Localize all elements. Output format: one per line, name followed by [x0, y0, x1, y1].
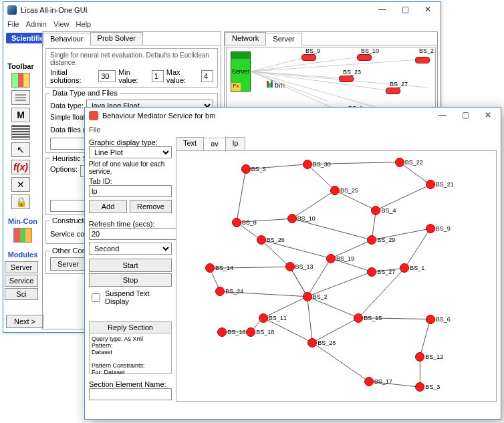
graph-node-label: BS_15 [364, 315, 382, 321]
init-sol-label: Initial solutions: [50, 68, 96, 84]
max-input[interactable] [201, 70, 213, 82]
graph-node[interactable] [367, 267, 376, 277]
graph-node[interactable] [364, 377, 374, 386]
tab-text[interactable]: Text [176, 137, 204, 150]
menu-view[interactable]: View [53, 20, 70, 28]
popup-minimize-button[interactable]: — [431, 108, 454, 123]
graph-node[interactable] [215, 287, 225, 296]
tool-wrench-icon[interactable]: ✕ [11, 177, 30, 192]
popup-graph-view[interactable]: BS_5BS_30BS_22BS_25BS_21BS_4BS_8BS_10BS_… [176, 150, 497, 402]
svg-line-46 [312, 343, 368, 382]
menu-admin[interactable]: Admin [26, 20, 47, 28]
tabid-input[interactable] [89, 185, 172, 197]
close-button[interactable]: ✕ [416, 3, 439, 17]
graph-node-label: BS_19 [336, 255, 354, 262]
menu-help[interactable]: Help [76, 20, 92, 28]
suspend-checkbox[interactable] [92, 293, 100, 302]
right-panel-tabs: Network Server [225, 32, 437, 45]
add-button[interactable]: Add [89, 200, 127, 213]
graph-node[interactable] [205, 263, 215, 273]
graph-node[interactable] [426, 315, 435, 324]
graph-node[interactable] [246, 327, 255, 337]
tool-lock-icon[interactable]: 🔒 [11, 194, 30, 209]
module-sci-button[interactable]: Sci [5, 288, 38, 300]
module-service-button[interactable]: Service [5, 275, 38, 287]
graph-node[interactable] [257, 235, 266, 245]
node-bs23[interactable] [339, 76, 354, 82]
graph-node[interactable] [303, 160, 312, 169]
tab-network[interactable]: Network [225, 32, 266, 45]
min-input[interactable] [152, 70, 164, 82]
node-bs10[interactable] [357, 54, 372, 61]
popup-maximize-button[interactable]: ▢ [454, 108, 477, 123]
node-bs27[interactable] [386, 88, 400, 94]
tab-behaviour[interactable]: Behaviour [43, 33, 91, 45]
graph-node[interactable] [426, 180, 435, 189]
graph-node[interactable] [371, 206, 380, 215]
graph-node[interactable] [326, 254, 336, 263]
popup-app-icon [89, 111, 98, 120]
graph-node[interactable] [303, 292, 312, 301]
graph-node-label: BS_12 [425, 354, 443, 360]
popup-close-button[interactable]: ✕ [477, 108, 499, 123]
tool-lines-icon[interactable] [11, 90, 30, 105]
graph-node-label: BS_28 [318, 339, 336, 346]
node-bs9[interactable] [301, 54, 316, 61]
graph-node[interactable] [415, 382, 424, 392]
main-menubar: File Admin View Help [3, 18, 440, 30]
graph-node-label: BS_9 [436, 225, 451, 232]
graph-node[interactable] [330, 186, 340, 195]
init-sol-input[interactable] [98, 70, 116, 82]
menu-file[interactable]: File [7, 20, 19, 28]
tool-arrow-icon[interactable]: ↖ [11, 142, 30, 157]
graph-node[interactable] [241, 164, 251, 174]
max-label: Max value: [166, 68, 199, 84]
minimize-button[interactable]: — [371, 3, 394, 17]
mincon-icon[interactable] [13, 228, 32, 243]
graph-node-label: BS_24 [225, 288, 243, 295]
graph-node-label: BS_3 [425, 384, 440, 390]
graph-node[interactable] [426, 224, 435, 233]
svg-line-25 [261, 240, 290, 267]
graph-node[interactable] [232, 218, 241, 227]
graph-node[interactable] [400, 263, 409, 273]
refresh-unit-select[interactable]: Second [89, 243, 172, 255]
next-button[interactable]: Next > [6, 315, 43, 328]
sec-elem-input[interactable] [89, 388, 172, 400]
tool-matrix-icon[interactable]: M [11, 108, 30, 122]
maximize-button[interactable]: ▢ [394, 3, 416, 17]
svg-line-44 [358, 268, 404, 317]
graph-node[interactable] [217, 327, 227, 337]
server-fx: Fx [231, 83, 241, 91]
graph-node[interactable] [367, 235, 376, 245]
refresh-input[interactable] [89, 228, 186, 240]
tab-av[interactable]: av [203, 138, 226, 151]
graph-node[interactable] [285, 262, 295, 271]
graph-node[interactable] [415, 352, 424, 362]
graph-node-label: BS_22 [405, 159, 423, 166]
module-server-button[interactable]: Server [5, 261, 38, 273]
remove-button[interactable]: Remove [130, 200, 172, 213]
tab-lp[interactable]: lp [225, 137, 246, 150]
tool-fx-icon[interactable]: f(x) [11, 160, 30, 174]
dtf-legend: Data Type and Files [50, 89, 120, 97]
oc-server-button[interactable]: Server [50, 257, 86, 271]
nn-note: Single for neural net evaluation. Defaul… [50, 51, 213, 66]
svg-line-45 [420, 319, 430, 357]
tool-bars-icon[interactable] [11, 125, 30, 140]
popup-menu-file[interactable]: File [89, 126, 101, 134]
tab-server[interactable]: Server [265, 33, 301, 45]
stop-button[interactable]: Stop [89, 273, 172, 287]
graph-node[interactable] [259, 313, 268, 323]
graph-node[interactable] [287, 214, 297, 223]
tool-grid-icon[interactable] [11, 73, 30, 88]
graph-node[interactable] [395, 158, 404, 167]
gdt-select[interactable]: Line Plot [89, 146, 172, 158]
node-bs2[interactable] [415, 57, 430, 63]
main-titlebar: Licas All-in-One GUI — ▢ ✕ [3, 2, 440, 18]
graph-node[interactable] [354, 313, 363, 323]
reply-header: Reply Section [89, 321, 172, 333]
start-button[interactable]: Start [89, 259, 172, 272]
tab-prob-solver[interactable]: Prob Solver [90, 32, 143, 45]
graph-node[interactable] [307, 338, 317, 347]
